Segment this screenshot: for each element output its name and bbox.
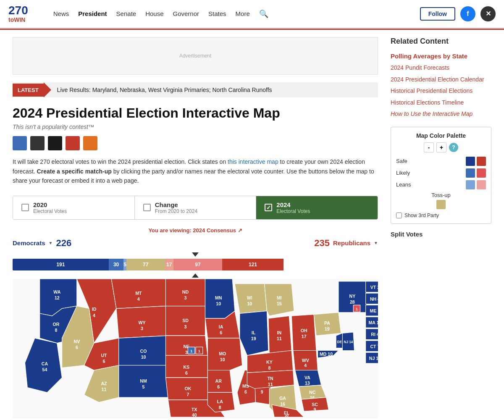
follow-button[interactable]: Follow	[420, 7, 455, 21]
svg-text:12: 12	[55, 295, 60, 300]
nav-governor[interactable]: Governor	[173, 10, 200, 17]
main-nav: News President Senate House Governor Sta…	[53, 9, 268, 18]
third-party-row: Show 3rd Party	[396, 213, 486, 218]
related-heading: Related Content	[391, 37, 491, 46]
nav-senate[interactable]: Senate	[116, 10, 136, 17]
related-link-polling[interactable]: Polling Averages by State	[391, 52, 491, 60]
svg-text:8: 8	[55, 327, 58, 332]
svg-text:MA 11: MA 11	[369, 320, 378, 325]
svg-text:IA: IA	[219, 324, 223, 329]
bar-segment-17: 17	[165, 259, 173, 270]
svg-text:MO: MO	[219, 351, 226, 356]
svg-text:6: 6	[220, 330, 222, 335]
svg-text:7: 7	[186, 391, 189, 396]
svg-text:6: 6	[103, 358, 105, 363]
svg-text:30: 30	[285, 414, 289, 417]
search-icon[interactable]: 🔍	[259, 9, 268, 18]
svg-text:WY: WY	[139, 320, 146, 325]
svg-text:NV: NV	[74, 339, 80, 344]
svg-text:OH: OH	[301, 328, 307, 333]
svg-text:19: 19	[325, 326, 330, 331]
svg-text:KY: KY	[266, 360, 273, 365]
third-party-checkbox[interactable]	[396, 213, 402, 218]
view-2020-labels: 2020 Electoral Votes	[33, 201, 67, 214]
swatch-orange[interactable]	[83, 136, 97, 150]
svg-text:AR: AR	[215, 378, 222, 383]
latest-text: Live Results: Maryland, Nebraska, West V…	[51, 83, 278, 97]
palette-help-icon[interactable]: ?	[449, 143, 458, 152]
svg-text:CA: CA	[42, 361, 48, 366]
related-link-calendar[interactable]: 2024 Presidential Election Calendar	[391, 76, 491, 84]
svg-text:ME 1: ME 1	[370, 308, 378, 313]
viewing-label: You are viewing: 2024 Consensus ↗	[13, 227, 378, 234]
svg-text:GA: GA	[279, 396, 286, 401]
ad-banner: Advertisement	[13, 37, 378, 75]
dem-score: Democrats ▼ 226	[13, 238, 71, 249]
svg-text:8: 8	[219, 405, 221, 410]
view-2024-labels: 2024 Electoral Votes	[276, 201, 310, 214]
svg-text:TN: TN	[268, 376, 273, 381]
nav-president[interactable]: President	[78, 10, 107, 17]
logo[interactable]: 270 toWIN	[8, 5, 28, 23]
nav-more[interactable]: More	[236, 10, 250, 17]
related-link-pundit[interactable]: 2024 Pundit Forecasts	[391, 64, 491, 72]
palette-plus-btn[interactable]: +	[436, 142, 446, 152]
svg-text:1: 1	[190, 349, 192, 353]
svg-text:1: 1	[356, 307, 358, 311]
bar-segment-77: 77	[126, 259, 165, 270]
swatch-black[interactable]	[48, 136, 62, 150]
view-change-labels: Change From 2020 to 2024	[155, 201, 197, 214]
svg-text:6: 6	[185, 370, 188, 375]
nav-states[interactable]: States	[208, 10, 226, 17]
related-link-historical[interactable]: Historical Presidential Elections	[391, 87, 491, 95]
viewing-consensus-link[interactable]: 2024 Consensus ↗	[193, 227, 242, 234]
svg-text:1: 1	[198, 349, 200, 353]
svg-text:TX: TX	[192, 407, 197, 412]
svg-text:DE: DE	[337, 340, 342, 344]
related-link-howto[interactable]: How to Use the Interactive Map	[391, 110, 491, 118]
nav-news[interactable]: News	[53, 10, 69, 17]
palette-minus-btn[interactable]: -	[424, 142, 434, 152]
twitter-button[interactable]: ✕	[480, 6, 496, 21]
likely-rep-color	[477, 168, 486, 178]
leans-rep-color	[477, 180, 486, 189]
likely-dem-color	[466, 168, 475, 178]
svg-text:54: 54	[42, 367, 47, 372]
latest-arrow-icon	[44, 82, 51, 97]
rep-label: Republicans	[333, 239, 370, 247]
svg-text:SC: SC	[312, 402, 318, 407]
svg-text:NC: NC	[309, 389, 316, 394]
swatch-blue[interactable]	[13, 136, 27, 150]
rep-dropdown-icon[interactable]: ▼	[374, 241, 378, 245]
svg-text:MI: MI	[277, 295, 282, 300]
electoral-map[interactable]: WA12 OR8 CA54 NV6 ID4 MT4 WY3	[13, 279, 378, 417]
svg-text:RI 4: RI 4	[371, 332, 378, 337]
view-2020[interactable]: 2020 Electoral Votes	[13, 196, 135, 219]
svg-text:19: 19	[251, 336, 256, 341]
svg-text:KS: KS	[183, 365, 189, 370]
header: 270 toWIN News President Senate House Go…	[0, 0, 504, 29]
svg-text:3: 3	[141, 326, 143, 331]
view-2024[interactable]: 2024 Electoral Votes	[256, 196, 378, 219]
interactive-map-link[interactable]: this interactive map	[228, 158, 278, 165]
svg-text:LA: LA	[217, 399, 223, 404]
safe-dem-color	[466, 157, 475, 166]
svg-text:MN: MN	[215, 295, 222, 300]
dem-dropdown-icon[interactable]: ▼	[49, 241, 53, 245]
svg-text:AZ: AZ	[101, 381, 107, 386]
swatch-red[interactable]	[66, 136, 80, 150]
svg-text:3: 3	[185, 349, 188, 354]
tossup-color	[436, 200, 446, 209]
palette-title: Map Color Palette	[396, 132, 486, 139]
checkbox-change	[143, 204, 151, 211]
svg-text:3: 3	[184, 295, 187, 300]
svg-text:IL: IL	[252, 330, 256, 335]
swatch-dark[interactable]	[30, 136, 45, 150]
nav-house[interactable]: House	[145, 10, 163, 17]
svg-text:VT 3: VT 3	[370, 284, 378, 289]
palette-row-leans: Leans	[396, 180, 486, 189]
view-change[interactable]: Change From 2020 to 2024	[135, 196, 257, 219]
tossup-label: Toss-up	[396, 192, 486, 198]
related-link-timeline[interactable]: Historical Elections Timeline	[391, 99, 491, 107]
facebook-button[interactable]: f	[460, 6, 475, 21]
